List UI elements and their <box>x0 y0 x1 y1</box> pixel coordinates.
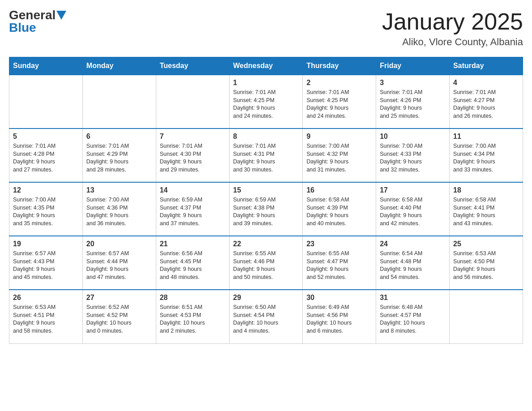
day-info: Sunrise: 6:55 AM Sunset: 4:46 PM Dayligh… <box>233 250 299 281</box>
calendar-cell: 24Sunrise: 6:54 AM Sunset: 4:48 PM Dayli… <box>376 236 450 290</box>
day-number: 11 <box>453 133 519 141</box>
calendar-table: SundayMondayTuesdayWednesdayThursdayFrid… <box>9 57 523 344</box>
logo-arrow-icon <box>56 11 66 21</box>
page-header: General Blue January 2025 Aliko, Vlore C… <box>9 9 523 48</box>
calendar-week-row: 1Sunrise: 7:01 AM Sunset: 4:25 PM Daylig… <box>9 75 523 128</box>
weekday-header-thursday: Thursday <box>303 57 376 75</box>
day-number: 29 <box>233 294 299 302</box>
day-info: Sunrise: 6:59 AM Sunset: 4:37 PM Dayligh… <box>160 196 226 227</box>
day-info: Sunrise: 7:01 AM Sunset: 4:28 PM Dayligh… <box>13 142 79 174</box>
weekday-header-wednesday: Wednesday <box>229 57 303 75</box>
day-info: Sunrise: 6:50 AM Sunset: 4:54 PM Dayligh… <box>233 304 299 335</box>
logo-general-text: General <box>9 9 56 21</box>
calendar-cell: 13Sunrise: 7:00 AM Sunset: 4:36 PM Dayli… <box>82 182 156 236</box>
day-number: 9 <box>306 133 372 141</box>
day-info: Sunrise: 6:54 AM Sunset: 4:48 PM Dayligh… <box>380 250 446 281</box>
day-number: 17 <box>380 186 446 194</box>
calendar-cell: 30Sunrise: 6:49 AM Sunset: 4:56 PM Dayli… <box>303 290 376 343</box>
weekday-header-monday: Monday <box>82 57 156 75</box>
weekday-header-friday: Friday <box>376 57 450 75</box>
day-number: 16 <box>306 186 372 194</box>
weekday-header-sunday: Sunday <box>9 57 83 75</box>
calendar-cell: 8Sunrise: 7:01 AM Sunset: 4:31 PM Daylig… <box>229 128 303 182</box>
calendar-cell: 23Sunrise: 6:55 AM Sunset: 4:47 PM Dayli… <box>303 236 376 290</box>
weekday-header-tuesday: Tuesday <box>156 57 229 75</box>
day-number: 6 <box>86 133 152 141</box>
day-info: Sunrise: 6:53 AM Sunset: 4:50 PM Dayligh… <box>453 250 519 281</box>
day-number: 23 <box>306 240 372 248</box>
day-number: 7 <box>160 133 226 141</box>
calendar-cell <box>450 290 523 343</box>
calendar-cell: 16Sunrise: 6:58 AM Sunset: 4:39 PM Dayli… <box>303 182 376 236</box>
calendar-week-row: 19Sunrise: 6:57 AM Sunset: 4:43 PM Dayli… <box>9 236 523 290</box>
calendar-week-row: 5Sunrise: 7:01 AM Sunset: 4:28 PM Daylig… <box>9 128 523 182</box>
calendar-cell: 22Sunrise: 6:55 AM Sunset: 4:46 PM Dayli… <box>229 236 303 290</box>
calendar-cell: 20Sunrise: 6:57 AM Sunset: 4:44 PM Dayli… <box>82 236 156 290</box>
calendar-cell: 17Sunrise: 6:58 AM Sunset: 4:40 PM Dayli… <box>376 182 450 236</box>
day-info: Sunrise: 6:58 AM Sunset: 4:40 PM Dayligh… <box>380 196 446 227</box>
calendar-week-row: 12Sunrise: 7:00 AM Sunset: 4:35 PM Dayli… <box>9 182 523 236</box>
calendar-cell: 11Sunrise: 7:00 AM Sunset: 4:34 PM Dayli… <box>450 128 523 182</box>
day-number: 25 <box>453 240 519 248</box>
day-info: Sunrise: 7:01 AM Sunset: 4:25 PM Dayligh… <box>233 89 299 120</box>
calendar-cell: 31Sunrise: 6:48 AM Sunset: 4:57 PM Dayli… <box>376 290 450 343</box>
day-number: 26 <box>13 294 79 302</box>
day-number: 22 <box>233 240 299 248</box>
day-info: Sunrise: 6:55 AM Sunset: 4:47 PM Dayligh… <box>306 250 372 281</box>
day-number: 24 <box>380 240 446 248</box>
day-number: 18 <box>453 186 519 194</box>
day-number: 21 <box>160 240 226 248</box>
calendar-cell: 6Sunrise: 7:01 AM Sunset: 4:29 PM Daylig… <box>82 128 156 182</box>
calendar-cell: 10Sunrise: 7:00 AM Sunset: 4:33 PM Dayli… <box>376 128 450 182</box>
calendar-cell: 25Sunrise: 6:53 AM Sunset: 4:50 PM Dayli… <box>450 236 523 290</box>
calendar-cell: 3Sunrise: 7:01 AM Sunset: 4:26 PM Daylig… <box>376 75 450 128</box>
day-info: Sunrise: 6:53 AM Sunset: 4:51 PM Dayligh… <box>13 304 79 335</box>
day-info: Sunrise: 7:00 AM Sunset: 4:34 PM Dayligh… <box>453 142 519 174</box>
calendar-cell: 18Sunrise: 6:58 AM Sunset: 4:41 PM Dayli… <box>450 182 523 236</box>
calendar-cell <box>156 75 229 128</box>
day-number: 20 <box>86 240 152 248</box>
month-title: January 2025 <box>382 9 523 34</box>
day-info: Sunrise: 7:01 AM Sunset: 4:25 PM Dayligh… <box>306 89 372 120</box>
day-number: 3 <box>380 79 446 87</box>
calendar-cell: 12Sunrise: 7:00 AM Sunset: 4:35 PM Dayli… <box>9 182 83 236</box>
weekday-header-saturday: Saturday <box>450 57 523 75</box>
day-info: Sunrise: 6:59 AM Sunset: 4:38 PM Dayligh… <box>233 196 299 227</box>
day-info: Sunrise: 7:01 AM Sunset: 4:31 PM Dayligh… <box>233 142 299 174</box>
day-number: 15 <box>233 186 299 194</box>
svg-marker-0 <box>56 11 66 20</box>
calendar-cell: 27Sunrise: 6:52 AM Sunset: 4:52 PM Dayli… <box>82 290 156 343</box>
day-number: 28 <box>160 294 226 302</box>
day-number: 12 <box>13 186 79 194</box>
calendar-cell: 1Sunrise: 7:01 AM Sunset: 4:25 PM Daylig… <box>229 75 303 128</box>
day-info: Sunrise: 7:01 AM Sunset: 4:27 PM Dayligh… <box>453 89 519 120</box>
calendar-cell: 29Sunrise: 6:50 AM Sunset: 4:54 PM Dayli… <box>229 290 303 343</box>
logo-blue-text: Blue <box>9 21 36 34</box>
day-info: Sunrise: 7:00 AM Sunset: 4:32 PM Dayligh… <box>306 142 372 174</box>
day-info: Sunrise: 7:00 AM Sunset: 4:35 PM Dayligh… <box>13 196 79 227</box>
calendar-cell: 9Sunrise: 7:00 AM Sunset: 4:32 PM Daylig… <box>303 128 376 182</box>
calendar-cell: 26Sunrise: 6:53 AM Sunset: 4:51 PM Dayli… <box>9 290 83 343</box>
day-number: 8 <box>233 133 299 141</box>
day-number: 5 <box>13 133 79 141</box>
day-info: Sunrise: 6:58 AM Sunset: 4:39 PM Dayligh… <box>306 196 372 227</box>
calendar-cell: 19Sunrise: 6:57 AM Sunset: 4:43 PM Dayli… <box>9 236 83 290</box>
day-number: 4 <box>453 79 519 87</box>
calendar-cell <box>82 75 156 128</box>
day-info: Sunrise: 7:00 AM Sunset: 4:36 PM Dayligh… <box>86 196 152 227</box>
day-info: Sunrise: 7:01 AM Sunset: 4:26 PM Dayligh… <box>380 89 446 120</box>
calendar-cell: 28Sunrise: 6:51 AM Sunset: 4:53 PM Dayli… <box>156 290 229 343</box>
calendar-cell: 21Sunrise: 6:56 AM Sunset: 4:45 PM Dayli… <box>156 236 229 290</box>
day-number: 2 <box>306 79 372 87</box>
day-info: Sunrise: 6:58 AM Sunset: 4:41 PM Dayligh… <box>453 196 519 227</box>
calendar-cell: 2Sunrise: 7:01 AM Sunset: 4:25 PM Daylig… <box>303 75 376 128</box>
calendar-week-row: 26Sunrise: 6:53 AM Sunset: 4:51 PM Dayli… <box>9 290 523 343</box>
logo: General Blue <box>9 9 66 34</box>
calendar-cell: 4Sunrise: 7:01 AM Sunset: 4:27 PM Daylig… <box>450 75 523 128</box>
day-info: Sunrise: 7:00 AM Sunset: 4:33 PM Dayligh… <box>380 142 446 174</box>
day-info: Sunrise: 7:01 AM Sunset: 4:30 PM Dayligh… <box>160 142 226 174</box>
day-info: Sunrise: 6:56 AM Sunset: 4:45 PM Dayligh… <box>160 250 226 281</box>
day-info: Sunrise: 6:52 AM Sunset: 4:52 PM Dayligh… <box>86 304 152 335</box>
day-number: 27 <box>86 294 152 302</box>
day-info: Sunrise: 6:57 AM Sunset: 4:44 PM Dayligh… <box>86 250 152 281</box>
